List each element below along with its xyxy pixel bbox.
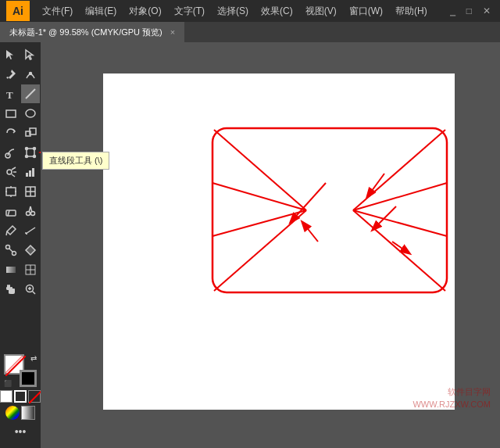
line-segment-tool[interactable] xyxy=(21,84,40,103)
svg-point-0 xyxy=(29,73,31,75)
menu-bar: 文件(F) 编辑(E) 对象(O) 文字(T) 选择(S) 效果(C) 视图(V… xyxy=(36,3,447,20)
curvature-tool[interactable] xyxy=(21,65,40,84)
svg-line-32 xyxy=(26,228,35,234)
default-colors-icon[interactable]: ⬛ xyxy=(4,380,12,387)
rotate-tool[interactable] xyxy=(2,124,20,142)
svg-line-61 xyxy=(291,183,326,222)
gradient-button[interactable] xyxy=(21,406,35,420)
svg-rect-51 xyxy=(212,128,447,292)
ai-logo: Ai xyxy=(6,1,30,21)
type-tool[interactable]: T xyxy=(2,84,20,103)
svg-rect-38 xyxy=(6,267,16,273)
color-button[interactable] xyxy=(5,406,20,420)
rectangle-tool[interactable] xyxy=(2,104,20,123)
tool-row-7 xyxy=(0,163,41,181)
tool-row-2 xyxy=(0,65,41,84)
svg-line-52 xyxy=(214,130,306,210)
svg-point-12 xyxy=(33,156,35,158)
eyedropper-tool[interactable] xyxy=(2,221,20,240)
svg-line-43 xyxy=(32,292,35,295)
svg-line-48 xyxy=(29,391,41,403)
measure-tool[interactable] xyxy=(21,221,40,240)
blend-tool[interactable] xyxy=(2,241,20,260)
menu-type[interactable]: 文字(T) xyxy=(168,3,211,20)
tool-row-12 xyxy=(0,260,41,279)
more-tools-button[interactable]: ••• xyxy=(12,423,29,440)
stroke-color[interactable] xyxy=(20,370,37,387)
svg-rect-15 xyxy=(29,170,31,177)
eraser-tool[interactable] xyxy=(2,202,20,220)
svg-line-31 xyxy=(6,231,7,235)
free-transform-tool[interactable] xyxy=(21,143,40,162)
svg-point-35 xyxy=(5,246,9,249)
svg-line-64 xyxy=(302,222,318,242)
tool-row-1 xyxy=(0,45,41,64)
menu-edit[interactable]: 编辑(E) xyxy=(79,3,123,20)
svg-rect-17 xyxy=(6,188,16,195)
artwork-svg xyxy=(205,120,455,300)
tab-close-button[interactable]: × xyxy=(170,27,175,37)
ellipse-tool[interactable] xyxy=(21,104,40,123)
symbol-sprayer-tool[interactable] xyxy=(2,163,20,181)
svg-rect-14 xyxy=(26,173,28,177)
tool-row-9 xyxy=(0,202,41,220)
swap-colors-icon[interactable]: ⇄ xyxy=(30,354,37,363)
minimize-button[interactable]: ⎯ xyxy=(447,4,459,18)
svg-point-11 xyxy=(25,156,27,158)
selection-tool[interactable] xyxy=(2,45,20,64)
svg-line-30 xyxy=(30,206,32,213)
color-mode-row xyxy=(0,390,41,403)
artboard-tool[interactable] xyxy=(2,182,20,201)
none-mode-button[interactable] xyxy=(28,390,41,403)
warp-tool[interactable] xyxy=(2,143,20,162)
color-picker-row xyxy=(5,406,35,420)
toolbar-bottom: ⇄ ⬛ ••• xyxy=(0,354,41,440)
maximize-button[interactable]: □ xyxy=(463,4,475,18)
zoom-tool[interactable] xyxy=(21,280,40,299)
canvas-area[interactable]: 软件目字网 WWW.RJZXW.COM xyxy=(41,42,500,448)
svg-rect-16 xyxy=(32,168,34,177)
svg-point-13 xyxy=(7,170,12,174)
menu-help[interactable]: 帮助(H) xyxy=(389,3,434,20)
tool-row-13 xyxy=(0,280,41,299)
watermark: 软件目字网 WWW.RJZXW.COM xyxy=(412,386,491,410)
svg-point-9 xyxy=(25,148,27,150)
menu-view[interactable]: 视图(V) xyxy=(299,3,343,20)
menu-select[interactable]: 选择(S) xyxy=(211,3,255,20)
close-button[interactable]: ✕ xyxy=(480,4,494,18)
main-layout: T xyxy=(0,42,500,448)
hand-tool[interactable] xyxy=(2,280,20,299)
scissors-tool[interactable] xyxy=(21,202,40,220)
tool-row-4 xyxy=(0,104,41,123)
tool-row-10 xyxy=(0,221,41,240)
svg-line-63 xyxy=(373,206,396,230)
svg-line-56 xyxy=(212,183,306,210)
svg-line-53 xyxy=(353,130,445,210)
tool-row-5 xyxy=(0,124,41,142)
column-graph-tool[interactable] xyxy=(21,163,40,181)
svg-point-10 xyxy=(33,148,35,150)
pen-tool[interactable] xyxy=(2,65,20,84)
menu-window[interactable]: 窗口(W) xyxy=(343,3,389,20)
slice-tool[interactable] xyxy=(21,182,40,201)
drawing-container xyxy=(205,120,455,300)
direct-select-tool[interactable] xyxy=(21,45,40,64)
watermark-line1: 软件目字网 xyxy=(412,386,491,398)
scale-tool[interactable] xyxy=(21,124,40,142)
svg-text:T: T xyxy=(6,89,13,100)
active-tab[interactable]: 未标题-1* @ 99.58% (CMYK/GPU 预览) × xyxy=(0,22,184,42)
stroke-mode-button[interactable] xyxy=(14,390,27,403)
tab-bar: 未标题-1* @ 99.58% (CMYK/GPU 预览) × xyxy=(0,22,500,42)
title-bar: Ai 文件(F) 编辑(E) 对象(O) 文字(T) 选择(S) 效果(C) 视… xyxy=(0,0,500,22)
fill-mode-button[interactable] xyxy=(0,390,12,403)
tool-row-3: T xyxy=(0,84,41,103)
tool-row-11 xyxy=(0,241,41,260)
menu-object[interactable]: 对象(O) xyxy=(123,3,167,20)
gradient-tool[interactable] xyxy=(2,260,20,279)
live-paint-tool[interactable] xyxy=(21,241,40,260)
menu-file[interactable]: 文件(F) xyxy=(36,3,79,20)
svg-line-26 xyxy=(8,210,9,216)
mesh-tool[interactable] xyxy=(21,260,40,279)
menu-effect[interactable]: 效果(C) xyxy=(255,3,299,20)
color-section: ⇄ ⬛ xyxy=(4,354,37,387)
